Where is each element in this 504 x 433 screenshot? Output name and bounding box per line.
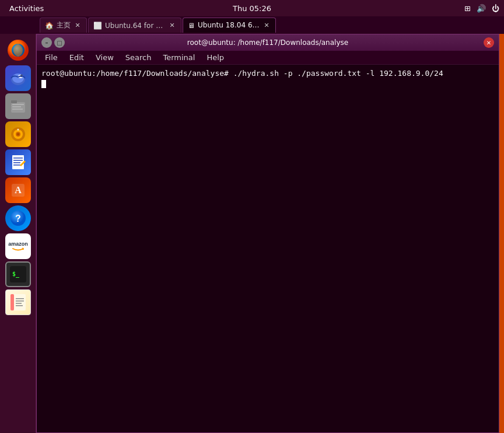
svg-rect-37 bbox=[16, 305, 23, 306]
terminal-title: root@ubuntu: /home/f117/Downloads/analys… bbox=[76, 39, 459, 47]
notepad-icon bbox=[10, 294, 26, 311]
svg-point-16 bbox=[17, 129, 19, 131]
thunderbird-icon bbox=[9, 69, 27, 88]
activities-button[interactable]: Activities bbox=[5, 3, 48, 14]
sound-icon bbox=[9, 125, 27, 143]
home-tab-icon: 🏠 bbox=[45, 22, 54, 30]
svg-rect-11 bbox=[12, 109, 23, 110]
top-bar-left: Activities bbox=[5, 3, 48, 14]
sidebar-item-notepad[interactable] bbox=[5, 289, 31, 315]
tab-home-label: 主页 bbox=[57, 20, 71, 30]
tab-home[interactable]: 🏠 主页 ✕ bbox=[40, 18, 87, 33]
top-bar: Activities Thu 05:26 ⊞ 🔊 ⏻ bbox=[0, 0, 504, 16]
menu-file[interactable]: File bbox=[39, 52, 64, 63]
top-bar-right: ⊞ 🔊 ⏻ bbox=[464, 4, 499, 13]
tab-ubuntu-active-label: Ubuntu 18.04 64 位 bbox=[198, 20, 260, 30]
appstore-icon: A bbox=[9, 181, 27, 199]
tab-ubuntu-active-close[interactable]: ✕ bbox=[262, 22, 271, 30]
amazon-icon: amazon bbox=[8, 236, 28, 256]
svg-rect-33 bbox=[10, 294, 14, 310]
svg-point-15 bbox=[17, 133, 19, 135]
terminal-tab-icon: 🖥 bbox=[188, 22, 195, 30]
sidebar-item-files[interactable] bbox=[5, 93, 31, 119]
main-container: A ? amazon bbox=[0, 34, 504, 433]
help-icon: ? bbox=[9, 209, 27, 227]
clock: Thu 05:26 bbox=[233, 4, 271, 13]
terminal-line-1: root@ubuntu:/home/f117/Downloads/analyse… bbox=[41, 68, 494, 79]
menu-view[interactable]: View bbox=[90, 52, 120, 63]
sidebar-item-help[interactable]: ? bbox=[5, 205, 31, 231]
sidebar-item-firefox[interactable] bbox=[5, 37, 31, 63]
svg-rect-36 bbox=[16, 303, 22, 304]
terminal-body[interactable]: root@ubuntu:/home/f117/Downloads/analyse… bbox=[37, 65, 499, 432]
terminal-window: – □ root@ubuntu: /home/f117/Downloads/an… bbox=[36, 34, 499, 433]
sidebar-item-appstore[interactable]: A bbox=[5, 177, 31, 203]
taskbar: 🏠 主页 ✕ ⬜ Ubuntu.64 for test ✕ 🖥 Ubuntu 1… bbox=[0, 16, 504, 34]
terminal-menubar: File Edit View Search Terminal Help bbox=[37, 51, 499, 65]
tab-ubuntu-test[interactable]: ⬜ Ubuntu.64 for test ✕ bbox=[88, 18, 181, 33]
menu-search[interactable]: Search bbox=[120, 52, 158, 63]
svg-rect-18 bbox=[13, 158, 23, 159]
svg-text:amazon: amazon bbox=[8, 241, 28, 247]
sidebar-item-writer[interactable] bbox=[5, 149, 31, 175]
menu-help[interactable]: Help bbox=[201, 52, 230, 63]
firefox-icon bbox=[6, 39, 30, 62]
maximize-button[interactable]: □ bbox=[54, 37, 65, 48]
sidebar-item-thunderbird[interactable] bbox=[5, 65, 31, 91]
svg-text:$_: $_ bbox=[12, 271, 20, 278]
sidebar: A ? amazon bbox=[0, 34, 36, 433]
sidebar-item-amazon[interactable]: amazon bbox=[5, 233, 31, 259]
svg-rect-19 bbox=[13, 160, 23, 161]
power-icon[interactable]: ⏻ bbox=[492, 4, 499, 13]
menu-edit[interactable]: Edit bbox=[64, 52, 90, 63]
right-strip bbox=[499, 34, 504, 433]
tab-home-close[interactable]: ✕ bbox=[74, 22, 82, 30]
menu-terminal[interactable]: Terminal bbox=[157, 52, 201, 63]
svg-rect-8 bbox=[11, 100, 17, 103]
tab-ubuntu-test-label: Ubuntu.64 for test bbox=[105, 22, 165, 30]
tab-ubuntu-test-close[interactable]: ✕ bbox=[168, 22, 176, 30]
svg-rect-20 bbox=[13, 162, 20, 163]
svg-rect-9 bbox=[12, 104, 24, 105]
minimize-button[interactable]: – bbox=[41, 37, 52, 48]
terminal-prompt-line bbox=[41, 79, 494, 89]
tab-ubuntu-active[interactable]: 🖥 Ubuntu 18.04 64 位 ✕ bbox=[183, 18, 276, 33]
terminal-icon: $_ bbox=[10, 266, 26, 282]
svg-rect-35 bbox=[16, 301, 24, 302]
files-icon bbox=[9, 97, 27, 115]
sidebar-item-terminal[interactable]: $_ bbox=[5, 261, 31, 287]
network-icon[interactable]: ⊞ bbox=[464, 4, 471, 13]
svg-text:?: ? bbox=[15, 214, 21, 224]
writer-icon bbox=[9, 153, 27, 171]
svg-text:A: A bbox=[15, 185, 22, 195]
svg-rect-10 bbox=[12, 106, 21, 107]
browser-tab-icon: ⬜ bbox=[93, 22, 102, 30]
terminal-titlebar: – □ root@ubuntu: /home/f117/Downloads/an… bbox=[37, 34, 499, 51]
terminal-cursor bbox=[41, 80, 46, 88]
close-button[interactable]: ✕ bbox=[484, 37, 494, 48]
sidebar-item-sound[interactable] bbox=[5, 121, 31, 147]
volume-icon[interactable]: 🔊 bbox=[477, 4, 486, 13]
svg-rect-34 bbox=[16, 298, 24, 299]
